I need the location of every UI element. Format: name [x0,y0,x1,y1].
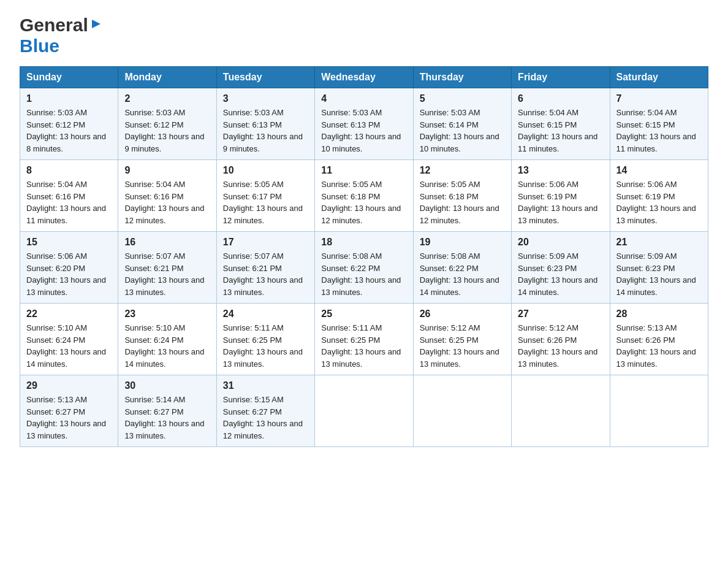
day-info: Sunrise: 5:04 AM Sunset: 6:15 PM Dayligh… [616,107,702,155]
day-cell-29: 29 Sunrise: 5:13 AM Sunset: 6:27 PM Dayl… [20,375,118,447]
empty-cell [610,375,708,447]
day-number: 23 [124,308,210,320]
day-number: 20 [518,237,603,248]
day-cell-21: 21 Sunrise: 5:09 AM Sunset: 6:23 PM Dayl… [610,232,708,304]
day-number: 24 [223,308,308,320]
day-cell-2: 2 Sunrise: 5:03 AM Sunset: 6:12 PM Dayli… [118,88,216,160]
svg-marker-0 [92,20,100,28]
day-number: 26 [420,308,505,320]
day-info: Sunrise: 5:04 AM Sunset: 6:16 PM Dayligh… [26,178,112,226]
day-number: 30 [124,380,210,391]
weekday-header-tuesday: Tuesday [216,67,314,88]
day-number: 5 [420,93,505,104]
day-info: Sunrise: 5:09 AM Sunset: 6:23 PM Dayligh… [518,250,603,298]
day-info: Sunrise: 5:10 AM Sunset: 6:24 PM Dayligh… [124,322,210,370]
day-info: Sunrise: 5:07 AM Sunset: 6:21 PM Dayligh… [223,250,308,298]
day-info: Sunrise: 5:10 AM Sunset: 6:24 PM Dayligh… [26,322,112,370]
weekday-header-saturday: Saturday [610,67,708,88]
week-row-2: 8 Sunrise: 5:04 AM Sunset: 6:16 PM Dayli… [20,160,708,232]
weekday-header-row: SundayMondayTuesdayWednesdayThursdayFrid… [20,67,708,88]
logo-blue-text: Blue [20,36,59,56]
day-number: 12 [420,165,505,176]
day-number: 15 [26,237,112,248]
day-cell-11: 11 Sunrise: 5:05 AM Sunset: 6:18 PM Dayl… [315,160,413,232]
day-info: Sunrise: 5:08 AM Sunset: 6:22 PM Dayligh… [420,250,505,298]
day-number: 4 [321,93,406,104]
day-cell-31: 31 Sunrise: 5:15 AM Sunset: 6:27 PM Dayl… [216,375,314,447]
logo-general-text: General [20,15,88,36]
day-cell-5: 5 Sunrise: 5:03 AM Sunset: 6:14 PM Dayli… [413,88,511,160]
page-header: General Blue [20,15,708,56]
weekday-header-thursday: Thursday [413,67,511,88]
day-number: 1 [26,93,112,104]
day-info: Sunrise: 5:06 AM Sunset: 6:20 PM Dayligh… [26,250,112,298]
day-number: 19 [420,237,505,248]
day-info: Sunrise: 5:03 AM Sunset: 6:13 PM Dayligh… [321,107,406,155]
empty-cell [413,375,511,447]
day-number: 7 [616,93,702,104]
day-number: 21 [616,237,702,248]
day-info: Sunrise: 5:07 AM Sunset: 6:21 PM Dayligh… [124,250,210,298]
day-info: Sunrise: 5:12 AM Sunset: 6:26 PM Dayligh… [518,322,603,370]
day-cell-6: 6 Sunrise: 5:04 AM Sunset: 6:15 PM Dayli… [512,88,610,160]
day-info: Sunrise: 5:05 AM Sunset: 6:17 PM Dayligh… [223,178,308,226]
weekday-header-friday: Friday [512,67,610,88]
day-number: 17 [223,237,308,248]
day-info: Sunrise: 5:03 AM Sunset: 6:14 PM Dayligh… [420,107,505,155]
calendar-table: SundayMondayTuesdayWednesdayThursdayFrid… [20,66,708,447]
logo: General Blue [20,15,103,56]
week-row-1: 1 Sunrise: 5:03 AM Sunset: 6:12 PM Dayli… [20,88,708,160]
day-info: Sunrise: 5:15 AM Sunset: 6:27 PM Dayligh… [223,394,308,442]
day-cell-4: 4 Sunrise: 5:03 AM Sunset: 6:13 PM Dayli… [315,88,413,160]
day-number: 11 [321,165,406,176]
day-cell-9: 9 Sunrise: 5:04 AM Sunset: 6:16 PM Dayli… [118,160,216,232]
day-number: 27 [518,308,603,320]
day-cell-18: 18 Sunrise: 5:08 AM Sunset: 6:22 PM Dayl… [315,232,413,304]
day-cell-26: 26 Sunrise: 5:12 AM Sunset: 6:25 PM Dayl… [413,304,511,375]
day-cell-12: 12 Sunrise: 5:05 AM Sunset: 6:18 PM Dayl… [413,160,511,232]
day-cell-3: 3 Sunrise: 5:03 AM Sunset: 6:13 PM Dayli… [216,88,314,160]
day-cell-28: 28 Sunrise: 5:13 AM Sunset: 6:26 PM Dayl… [610,304,708,375]
logo-arrow-icon [89,17,103,33]
day-cell-24: 24 Sunrise: 5:11 AM Sunset: 6:25 PM Dayl… [216,304,314,375]
day-info: Sunrise: 5:13 AM Sunset: 6:26 PM Dayligh… [616,322,702,370]
day-cell-8: 8 Sunrise: 5:04 AM Sunset: 6:16 PM Dayli… [20,160,118,232]
day-cell-17: 17 Sunrise: 5:07 AM Sunset: 6:21 PM Dayl… [216,232,314,304]
day-number: 3 [223,93,308,104]
day-info: Sunrise: 5:05 AM Sunset: 6:18 PM Dayligh… [420,178,505,226]
day-number: 16 [124,237,210,248]
weekday-header-wednesday: Wednesday [315,67,413,88]
day-number: 10 [223,165,308,176]
day-cell-30: 30 Sunrise: 5:14 AM Sunset: 6:27 PM Dayl… [118,375,216,447]
week-row-3: 15 Sunrise: 5:06 AM Sunset: 6:20 PM Dayl… [20,232,708,304]
empty-cell [512,375,610,447]
empty-cell [315,375,413,447]
day-number: 22 [26,308,112,320]
day-cell-14: 14 Sunrise: 5:06 AM Sunset: 6:19 PM Dayl… [610,160,708,232]
day-info: Sunrise: 5:04 AM Sunset: 6:15 PM Dayligh… [518,107,603,155]
day-number: 6 [518,93,603,104]
day-cell-15: 15 Sunrise: 5:06 AM Sunset: 6:20 PM Dayl… [20,232,118,304]
day-cell-25: 25 Sunrise: 5:11 AM Sunset: 6:25 PM Dayl… [315,304,413,375]
day-info: Sunrise: 5:08 AM Sunset: 6:22 PM Dayligh… [321,250,406,298]
weekday-header-monday: Monday [118,67,216,88]
day-cell-20: 20 Sunrise: 5:09 AM Sunset: 6:23 PM Dayl… [512,232,610,304]
day-info: Sunrise: 5:13 AM Sunset: 6:27 PM Dayligh… [26,394,112,442]
week-row-5: 29 Sunrise: 5:13 AM Sunset: 6:27 PM Dayl… [20,375,708,447]
day-cell-23: 23 Sunrise: 5:10 AM Sunset: 6:24 PM Dayl… [118,304,216,375]
day-number: 18 [321,237,406,248]
day-number: 29 [26,380,112,391]
day-info: Sunrise: 5:09 AM Sunset: 6:23 PM Dayligh… [616,250,702,298]
day-cell-16: 16 Sunrise: 5:07 AM Sunset: 6:21 PM Dayl… [118,232,216,304]
day-number: 8 [26,165,112,176]
day-number: 9 [124,165,210,176]
day-info: Sunrise: 5:05 AM Sunset: 6:18 PM Dayligh… [321,178,406,226]
day-cell-1: 1 Sunrise: 5:03 AM Sunset: 6:12 PM Dayli… [20,88,118,160]
day-info: Sunrise: 5:03 AM Sunset: 6:12 PM Dayligh… [124,107,210,155]
day-info: Sunrise: 5:03 AM Sunset: 6:12 PM Dayligh… [26,107,112,155]
day-number: 14 [616,165,702,176]
day-cell-22: 22 Sunrise: 5:10 AM Sunset: 6:24 PM Dayl… [20,304,118,375]
day-cell-10: 10 Sunrise: 5:05 AM Sunset: 6:17 PM Dayl… [216,160,314,232]
day-cell-13: 13 Sunrise: 5:06 AM Sunset: 6:19 PM Dayl… [512,160,610,232]
day-info: Sunrise: 5:12 AM Sunset: 6:25 PM Dayligh… [420,322,505,370]
